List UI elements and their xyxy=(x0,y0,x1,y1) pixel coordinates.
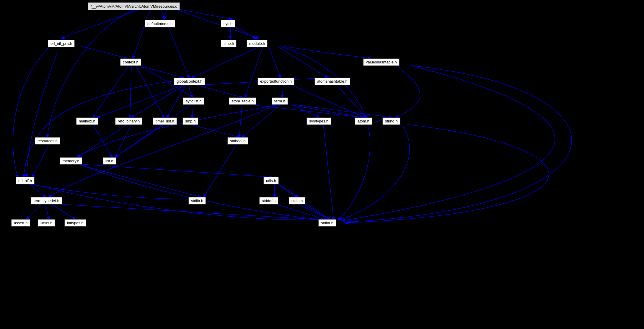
atomshashtable-node: atomshashtable.h xyxy=(314,78,350,85)
inttypes-label: inttypes.h xyxy=(67,221,84,225)
resources-node: resources.h xyxy=(35,137,60,145)
sys-types-node: sys/types.h xyxy=(306,117,331,125)
erl-nif-label: erl_nif.h xyxy=(18,179,32,183)
assert-label: assert.h xyxy=(14,221,27,225)
atom-table-node: atom_table.h xyxy=(229,97,256,105)
module-label: module.h xyxy=(249,41,265,46)
refc-binary-label: refc_binary.h xyxy=(118,119,140,123)
context-label: context.h xyxy=(123,60,138,64)
assert-node: assert.h xyxy=(11,219,30,227)
context-node: context.h xyxy=(120,58,141,66)
stddef-label: stddef.h xyxy=(262,199,275,203)
globalcontext-label: globalcontext.h xyxy=(177,79,202,84)
main-file-label: /__w/AtomVM/AtomVM/src/libAtomVM/resourc… xyxy=(91,4,177,9)
mailbox-label: mailbox.h xyxy=(79,119,95,123)
string-label: string.h xyxy=(385,119,398,123)
module-node: module.h xyxy=(247,40,268,47)
exportedfunction-label: exportedfunction.h xyxy=(260,79,292,84)
erl-nif-node: erl_nif.h xyxy=(16,177,35,184)
sys-types-label: sys/types.h xyxy=(309,119,328,123)
atom-label: atom.h xyxy=(358,119,369,123)
valueshashtable-label: valueshashtable.h xyxy=(366,60,397,64)
main-file-node: /__w/AtomVM/AtomVM/src/libAtomVM/resourc… xyxy=(88,2,180,10)
refc-binary-node: refc_binary.h xyxy=(115,117,142,125)
timer-list-node: timer_list.h xyxy=(153,117,177,125)
memory-label: memory.h xyxy=(63,159,79,163)
defaultatoms-label: defaultatoms.h xyxy=(147,22,172,26)
term-typedef-node: term_typedef.h xyxy=(31,197,62,204)
limits-label: limits.h xyxy=(40,221,52,225)
memory-node: memory.h xyxy=(60,157,82,165)
time-label: time.h xyxy=(224,41,234,46)
resources-label: resources.h xyxy=(38,139,58,143)
erl-nif-priv-label: erl_nif_priv.h xyxy=(50,41,72,46)
synclist-label: synclist.h xyxy=(186,99,201,103)
synclist-node: synclist.h xyxy=(183,97,204,105)
valueshashtable-node: valueshashtable.h xyxy=(363,58,400,66)
stdbool-label: stdbool.h xyxy=(230,139,246,143)
stdint-label: stdint.h xyxy=(321,221,333,225)
stdlib-node: stdlib.h xyxy=(188,197,206,204)
erl-nif-priv-node: erl_nif_priv.h xyxy=(48,40,75,47)
term-node: term.h xyxy=(272,97,288,105)
exportedfunction-node: exportedfunction.h xyxy=(257,78,294,85)
smp-node: smp.h xyxy=(182,117,198,125)
list-node: list.h xyxy=(103,157,116,165)
globalcontext-node: globalcontext.h xyxy=(174,78,205,85)
stdint-node: stdint.h xyxy=(318,219,336,227)
atomshashtable-label: atomshashtable.h xyxy=(317,79,348,84)
stdio-node: stdio.h xyxy=(289,197,305,204)
smp-label: smp.h xyxy=(185,119,195,123)
stdbool-node: stdbool.h xyxy=(227,137,248,145)
stdio-label: stdio.h xyxy=(291,199,303,203)
stddef-node: stddef.h xyxy=(259,197,278,204)
term-label: term.h xyxy=(274,99,285,103)
timer-list-label: timer_list.h xyxy=(156,119,174,123)
limits-node: limits.h xyxy=(38,219,55,227)
sys-node: sys.h xyxy=(221,20,235,27)
time-node: time.h xyxy=(221,40,237,47)
mailbox-node: mailbox.h xyxy=(76,117,98,125)
stdlib-label: stdlib.h xyxy=(191,199,203,203)
defaultatoms-node: defaultatoms.h xyxy=(145,20,175,27)
term-typedef-label: term_typedef.h xyxy=(34,199,59,203)
utils-label: utils.h xyxy=(266,179,276,183)
sys-label: sys.h xyxy=(224,22,232,26)
atom-node: atom.h xyxy=(355,117,372,125)
utils-node: utils.h xyxy=(263,177,279,184)
list-label: list.h xyxy=(105,159,113,163)
inttypes-node: inttypes.h xyxy=(64,219,86,227)
atom-table-label: atom_table.h xyxy=(231,99,254,103)
string-node: string.h xyxy=(382,117,400,125)
